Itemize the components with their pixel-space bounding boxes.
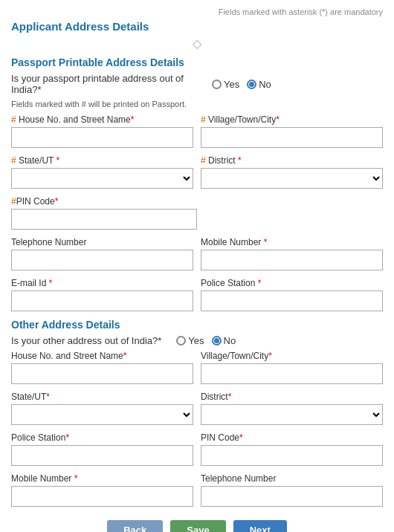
other-telephone-input[interactable]: [201, 486, 383, 507]
other-no-radio[interactable]: [212, 336, 222, 346]
other-police-label: Police Station*: [11, 432, 193, 443]
passport-no-label: No: [259, 79, 271, 90]
passport-police-input[interactable]: [201, 291, 383, 311]
passport-house-col: # House No. and Street Name*: [11, 114, 193, 148]
other-pin-label: PIN Code*: [201, 432, 383, 443]
passport-police-label: Police Station *: [201, 278, 383, 288]
other-state-col: State/UT*: [11, 392, 193, 425]
passport-state-select[interactable]: [11, 168, 193, 189]
passport-telephone-col: Telephone Number: [11, 237, 193, 270]
other-no-option[interactable]: No: [212, 335, 236, 346]
other-district-select[interactable]: [201, 404, 383, 425]
passport-yes-radio[interactable]: [212, 80, 222, 89]
passport-state-district-row: # State/UT * # District *: [11, 155, 383, 189]
other-telephone-label: Telephone Number: [201, 473, 383, 484]
passport-police-col: Police Station *: [201, 278, 383, 311]
passport-telephone-label: Telephone Number: [11, 237, 193, 247]
passport-yes-option[interactable]: Yes: [212, 79, 239, 90]
passport-district-label: # District *: [201, 155, 383, 166]
other-police-input[interactable]: [11, 445, 193, 466]
passport-pin-input[interactable]: [11, 209, 197, 230]
subsection-other-title: Other Address Details: [11, 319, 383, 331]
other-mobile-input[interactable]: [11, 486, 193, 507]
page-container: Fields marked with asterisk (*) are mand…: [0, 0, 394, 532]
other-state-district-row: State/UT* District*: [11, 392, 383, 425]
passport-village-col: # Village/Town/City*: [201, 114, 383, 148]
other-house-village-row: House No. and Street Name* Village/Town/…: [11, 351, 383, 384]
other-telephone-col: Telephone Number: [201, 473, 383, 507]
passport-pin-col: #PIN Code*: [11, 196, 197, 230]
passport-no-radio[interactable]: [247, 80, 256, 89]
passport-telephone-input[interactable]: [11, 250, 193, 270]
separator-icon: ◇: [11, 36, 383, 51]
other-state-select[interactable]: [11, 404, 193, 425]
passport-house-label: # House No. and Street Name*: [11, 114, 193, 125]
other-house-label: House No. and Street Name*: [11, 351, 193, 361]
passport-village-input[interactable]: [201, 127, 383, 148]
passport-state-label: # State/UT *: [11, 155, 193, 166]
other-state-label: State/UT*: [11, 392, 193, 402]
other-mobile-label: Mobile Number *: [11, 473, 193, 484]
passport-yes-label: Yes: [224, 79, 239, 90]
passport-tel-mobile-row: Telephone Number Mobile Number *: [11, 237, 383, 270]
passport-mobile-col: Mobile Number *: [201, 237, 383, 270]
other-house-input[interactable]: [11, 363, 193, 384]
other-district-label: District*: [201, 392, 383, 402]
mandatory-note: Fields marked with asterisk (*) are mand…: [11, 7, 383, 16]
other-village-input[interactable]: [201, 363, 383, 384]
passport-state-col: # State/UT *: [11, 155, 193, 189]
passport-email-input[interactable]: [11, 291, 193, 311]
back-button[interactable]: Back: [107, 520, 163, 532]
other-district-col: District*: [201, 392, 383, 425]
other-out-of-india-radio-group: Yes No: [176, 335, 236, 346]
other-police-col: Police Station*: [11, 432, 193, 466]
save-button[interactable]: Save: [170, 520, 225, 532]
passport-mobile-label: Mobile Number *: [201, 237, 383, 247]
passport-email-col: E-mail Id *: [11, 278, 193, 311]
other-pin-col: PIN Code*: [201, 432, 383, 466]
hash-note: Fields marked with # will be printed on …: [11, 100, 383, 108]
passport-no-option[interactable]: No: [247, 79, 271, 90]
other-house-col: House No. and Street Name*: [11, 351, 193, 384]
next-button[interactable]: Next: [233, 520, 287, 532]
other-village-label: Village/Town/City*: [201, 351, 383, 361]
other-mobile-tel-row: Mobile Number * Telephone Number: [11, 473, 383, 507]
other-yes-radio[interactable]: [176, 336, 186, 346]
passport-district-col: # District *: [201, 155, 383, 189]
other-mobile-col: Mobile Number *: [11, 473, 193, 507]
other-yes-label: Yes: [188, 335, 204, 346]
passport-email-police-row: E-mail Id * Police Station *: [11, 278, 383, 311]
passport-district-select[interactable]: [201, 168, 383, 189]
passport-village-label: # Village/Town/City*: [201, 114, 383, 125]
section-title: Applicant Address Details: [11, 20, 383, 33]
other-yes-option[interactable]: Yes: [176, 335, 204, 346]
passport-out-of-india-radio-group: Yes No: [212, 79, 271, 90]
passport-house-input[interactable]: [11, 127, 193, 148]
passport-house-village-row: # House No. and Street Name* # Village/T…: [11, 114, 383, 148]
passport-out-of-india-label: Is your passport printable address out o…: [11, 73, 197, 95]
passport-pin-label: #PIN Code*: [11, 196, 197, 207]
other-police-pin-row: Police Station* PIN Code*: [11, 432, 383, 466]
other-pin-input[interactable]: [201, 445, 383, 466]
other-no-label: No: [224, 335, 236, 346]
button-row: Back Save Next: [11, 520, 383, 532]
passport-out-of-india-row: Is your passport printable address out o…: [11, 73, 383, 95]
passport-mobile-input[interactable]: [201, 250, 383, 270]
passport-pin-row: #PIN Code*: [11, 196, 383, 230]
other-village-col: Village/Town/City*: [201, 351, 383, 384]
other-out-of-india-label: Is your other address out of India?*: [11, 335, 161, 346]
passport-email-label: E-mail Id *: [11, 278, 193, 288]
other-out-of-india-row: Is your other address out of India?* Yes…: [11, 335, 383, 346]
subsection-passport-title: Passport Printable Address Details: [11, 56, 383, 68]
